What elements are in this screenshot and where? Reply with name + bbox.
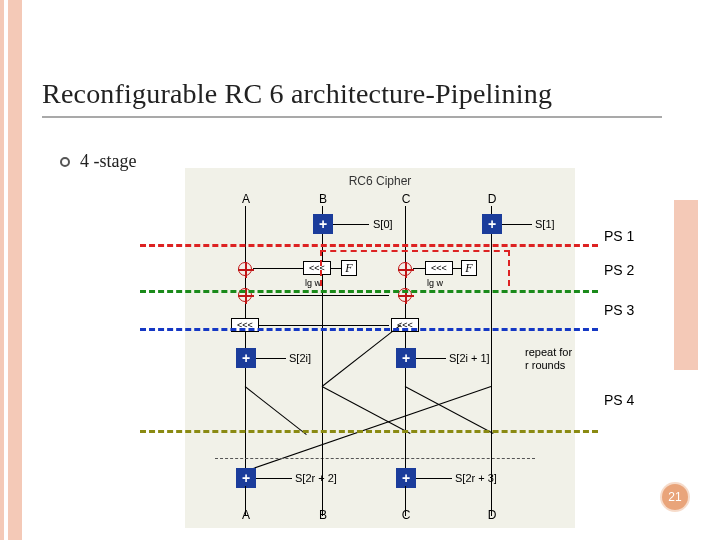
page-number-badge: 21 <box>662 484 688 510</box>
plus-icon: + <box>402 350 410 366</box>
wire <box>259 295 389 296</box>
right-band <box>674 200 698 370</box>
wire <box>322 458 323 516</box>
col-label-d: D <box>485 192 499 206</box>
wire <box>259 325 389 326</box>
skey-s2i: S[2i] <box>289 352 311 364</box>
round-boundary <box>215 458 535 459</box>
bullet-item: 4 -stage <box>60 151 136 172</box>
plus-icon: + <box>242 350 250 366</box>
col-label-c: C <box>399 192 413 206</box>
stripe <box>0 0 4 540</box>
skey-s2r2: S[2r + 2] <box>295 472 337 484</box>
wire <box>333 224 369 225</box>
wire <box>502 224 532 225</box>
wire <box>322 325 401 387</box>
title-underline <box>42 116 662 118</box>
lgw-label: lg w <box>305 278 321 288</box>
add-box: + <box>236 468 256 488</box>
wire <box>245 486 246 516</box>
stage-highlight <box>320 250 510 286</box>
bot-label-a: A <box>239 508 253 522</box>
wire <box>253 268 303 269</box>
ps2-label: PS 2 <box>604 262 634 278</box>
plus-icon: + <box>488 216 496 232</box>
stage-divider-ps2 <box>140 290 598 293</box>
wire <box>491 206 492 486</box>
wire <box>245 386 307 435</box>
wire <box>256 478 292 479</box>
cipher-diagram: RC6 Cipher A B C D + + S[0] S[1] F <<< l… <box>185 168 575 528</box>
stage-divider-ps4 <box>140 430 598 433</box>
add-box: + <box>396 468 416 488</box>
bot-label-b: B <box>316 508 330 522</box>
add-box: + <box>313 214 333 234</box>
page-title: Reconfigurable RC 6 architecture-Pipelin… <box>42 78 552 110</box>
wire <box>416 358 446 359</box>
diagram-title: RC6 Cipher <box>185 174 575 188</box>
ps1-label: PS 1 <box>604 228 634 244</box>
wire <box>416 478 452 479</box>
plus-icon: + <box>319 216 327 232</box>
bot-label-d: D <box>485 508 499 522</box>
col-label-a: A <box>239 192 253 206</box>
repeat-text: repeat for r rounds <box>525 346 573 372</box>
plus-icon: + <box>242 470 250 486</box>
ps4-label: PS 4 <box>604 392 634 408</box>
skey-s0: S[0] <box>373 218 393 230</box>
xor-icon <box>238 262 252 276</box>
add-box: + <box>396 348 416 368</box>
wire <box>491 458 492 516</box>
left-stripe-group <box>0 0 26 540</box>
col-label-b: B <box>316 192 330 206</box>
add-box: + <box>236 348 256 368</box>
wire <box>405 486 406 516</box>
wire <box>245 206 246 486</box>
wire <box>405 206 406 486</box>
add-box: + <box>482 214 502 234</box>
stage-divider-ps1 <box>140 244 598 247</box>
bullet-icon <box>60 157 70 167</box>
stage-divider-ps3 <box>140 328 598 331</box>
skey-s2i1: S[2i + 1] <box>449 352 490 364</box>
wire <box>322 386 411 434</box>
plus-icon: + <box>402 470 410 486</box>
wire <box>256 358 286 359</box>
bot-label-c: C <box>399 508 413 522</box>
ps3-label: PS 3 <box>604 302 634 318</box>
stripe <box>8 0 22 540</box>
skey-s1: S[1] <box>535 218 555 230</box>
bullet-text: 4 -stage <box>80 151 136 172</box>
